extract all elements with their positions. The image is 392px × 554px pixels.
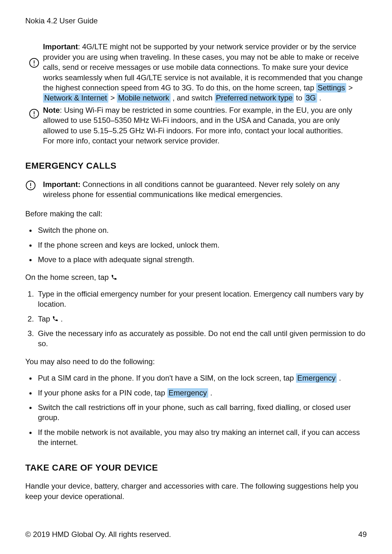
section-title-emergency: EMERGENCY CALLS — [25, 160, 367, 172]
chip-3g: 3G — [305, 93, 317, 103]
important-callout: Important: 4G/LTE might not be supported… — [25, 42, 367, 103]
emergency-steps: Type in the official emergency number fo… — [25, 289, 367, 349]
before-call-intro: Before making the call: — [25, 209, 367, 219]
list-item: Put a SIM card in the phone. If you don'… — [36, 373, 367, 383]
list-item: Move to a place with adequate signal str… — [36, 255, 367, 265]
phone-icon — [111, 273, 117, 281]
chip-emergency: Emergency — [296, 373, 337, 383]
list-item: If the phone screen and keys are locked,… — [36, 240, 367, 250]
list-item: Tap . — [36, 314, 367, 324]
chip-preferred-network-type: Preferred network type — [215, 93, 294, 103]
note-callout: Note: Using Wi-Fi may be restricted in s… — [25, 105, 367, 146]
list-item: Give the necessary info as accurately as… — [36, 328, 367, 349]
page-footer: © 2019 HMD Global Oy. All rights reserve… — [25, 530, 367, 539]
also-list: Put a SIM card in the phone. If you don'… — [25, 373, 367, 448]
chip-mobile-network: Mobile network — [117, 93, 170, 103]
svg-point-5 — [33, 115, 34, 116]
section-title-care: TAKE CARE OF YOUR DEVICE — [25, 462, 367, 474]
page-header: Nokia 4.2 User Guide — [25, 16, 367, 26]
emergency-important-callout: Important: Connections in all conditions… — [25, 179, 367, 200]
list-item: If the mobile network is not available, … — [36, 427, 367, 448]
info-icon — [29, 108, 39, 122]
emergency-important-label: Important: — [43, 180, 81, 189]
list-item: Type in the official emergency number fo… — [36, 289, 367, 310]
info-icon — [25, 180, 36, 193]
copyright-text: © 2019 HMD Global Oy. All rights reserve… — [25, 530, 171, 539]
home-screen-tap: On the home screen, tap — [25, 272, 367, 282]
chip-emergency: Emergency — [167, 388, 208, 398]
before-call-list: Switch the phone on. If the phone screen… — [25, 225, 367, 265]
list-item: Switch the phone on. — [36, 225, 367, 235]
list-item: If your phone asks for a PIN code, tap E… — [36, 388, 367, 398]
chip-network-internet: Network & Internet — [43, 93, 108, 103]
also-intro: You may also need to do the following: — [25, 357, 367, 367]
note-text-2: For more info, contact your network serv… — [43, 136, 367, 146]
svg-point-2 — [33, 65, 34, 66]
important-text: Important: 4G/LTE might not be supported… — [43, 42, 367, 103]
info-icon — [29, 57, 39, 71]
chip-settings: Settings — [316, 83, 346, 93]
note-label: Note — [43, 106, 60, 114]
emergency-important-text: Important: Connections in all conditions… — [43, 179, 367, 200]
list-item: Switch the call restrictions off in your… — [36, 402, 367, 423]
important-label: Important — [43, 42, 78, 51]
svg-point-8 — [30, 187, 31, 188]
page-number: 49 — [358, 530, 367, 539]
phone-icon — [52, 315, 61, 323]
note-text: Note: Using Wi-Fi may be restricted in s… — [43, 105, 367, 146]
care-paragraph: Handle your device, battery, charger and… — [25, 481, 367, 502]
